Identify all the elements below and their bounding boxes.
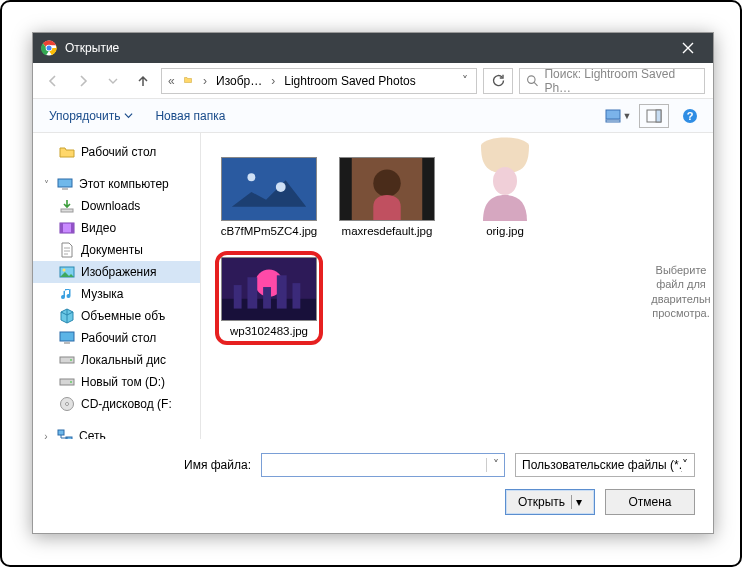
- file-thumbnail: [469, 137, 541, 221]
- file-type-filter[interactable]: Пользовательские файлы (*.jf ˅: [515, 453, 695, 477]
- command-bar: Упорядочить Новая папка ▼ ?: [33, 99, 713, 133]
- svg-rect-28: [222, 158, 316, 221]
- search-icon: [526, 74, 538, 87]
- help-button[interactable]: ?: [675, 104, 705, 128]
- breadcrumb-dropdown[interactable]: ˅: [456, 74, 474, 88]
- tree-node-videos[interactable]: Видео: [33, 217, 200, 239]
- window-title: Открытие: [65, 41, 667, 55]
- svg-point-29: [247, 173, 255, 181]
- tree-node-network[interactable]: › Сеть: [33, 425, 200, 439]
- search-input[interactable]: Поиск: Lightroom Saved Ph…: [519, 68, 705, 94]
- preview-pane: Выберите файл для дварительн просмотра.: [649, 133, 713, 439]
- svg-point-21: [70, 359, 72, 361]
- tree-node-new-volume-d[interactable]: Новый том (D:): [33, 371, 200, 393]
- dialog-footer: Имя файла: ˅ Пользовательские файлы (*.j…: [33, 439, 713, 533]
- svg-rect-42: [293, 283, 301, 308]
- breadcrumb[interactable]: « › Изобр… › Lightroom Saved Photos ˅: [161, 68, 477, 94]
- file-name: wp3102483.jpg: [230, 325, 308, 339]
- expand-toggle[interactable]: ˅: [41, 179, 51, 190]
- svg-point-34: [493, 167, 517, 195]
- svg-rect-18: [60, 332, 74, 341]
- preview-pane-icon: [646, 109, 662, 123]
- tree-node-documents[interactable]: Документы: [33, 239, 200, 261]
- filename-label: Имя файла:: [51, 458, 251, 472]
- file-thumbnail: [221, 257, 317, 321]
- nav-back-button[interactable]: [41, 69, 65, 93]
- file-item[interactable]: cB7fMPm5ZC4.jpg: [215, 151, 323, 245]
- chevron-right-icon: ›: [266, 74, 280, 88]
- filename-combobox[interactable]: ˅: [261, 453, 505, 477]
- tree-node-this-pc[interactable]: ˅ Этот компьютер: [33, 173, 200, 195]
- chevron-down-icon: ˅: [682, 458, 688, 472]
- refresh-button[interactable]: [483, 68, 513, 94]
- tree-node-pictures[interactable]: Изображения: [33, 261, 200, 283]
- svg-rect-14: [60, 223, 63, 233]
- drive-icon: [59, 374, 75, 390]
- cube-icon: [59, 308, 75, 324]
- expand-toggle[interactable]: ›: [41, 431, 51, 440]
- file-tiles[interactable]: cB7fMPm5ZC4.jpg maxresdefault.jpg orig.j…: [201, 133, 649, 439]
- titlebar: Открытие: [33, 33, 713, 63]
- svg-rect-12: [61, 209, 73, 212]
- close-icon: [682, 42, 694, 54]
- view-mode-button[interactable]: ▼: [603, 104, 633, 128]
- svg-rect-40: [263, 287, 271, 309]
- breadcrumb-segment[interactable]: Lightroom Saved Photos: [280, 74, 419, 88]
- svg-point-23: [70, 381, 72, 383]
- open-button[interactable]: Открыть ▾: [505, 489, 595, 515]
- svg-text:?: ?: [687, 110, 694, 122]
- new-folder-button[interactable]: Новая папка: [147, 105, 233, 127]
- screenshot-frame: Открытие « › Изобр… › Lightroom Saved Ph…: [0, 0, 742, 567]
- tree-node-local-disk-c[interactable]: Локальный дис: [33, 349, 200, 371]
- address-bar: « › Изобр… › Lightroom Saved Photos ˅ По…: [33, 63, 713, 99]
- open-split-dropdown[interactable]: ▾: [571, 495, 582, 509]
- close-button[interactable]: [667, 33, 709, 63]
- arrow-up-icon: [136, 74, 150, 88]
- arrow-left-icon: [46, 74, 60, 88]
- arrow-right-icon: [76, 74, 90, 88]
- search-placeholder: Поиск: Lightroom Saved Ph…: [544, 67, 698, 95]
- file-item[interactable]: orig.jpg: [451, 151, 559, 245]
- chevron-right-icon: ›: [198, 74, 212, 88]
- tree-node-music[interactable]: Музыка: [33, 283, 200, 305]
- nav-forward-button[interactable]: [71, 69, 95, 93]
- svg-point-33: [373, 169, 400, 196]
- dialog-body: Рабочий стол ˅ Этот компьютер Downloads …: [33, 133, 713, 439]
- tree-node-desktop2[interactable]: Рабочий стол: [33, 327, 200, 349]
- svg-point-2: [47, 46, 52, 51]
- chevron-left-icon[interactable]: «: [164, 74, 178, 88]
- file-item-highlighted[interactable]: wp3102483.jpg: [215, 251, 323, 345]
- files-area: cB7fMPm5ZC4.jpg maxresdefault.jpg orig.j…: [201, 133, 713, 439]
- downloads-icon: [59, 198, 75, 214]
- nav-recent-button[interactable]: [101, 69, 125, 93]
- nav-up-button[interactable]: [131, 69, 155, 93]
- preview-pane-button[interactable]: [639, 104, 669, 128]
- video-icon: [59, 220, 75, 236]
- svg-rect-19: [64, 342, 70, 344]
- file-item[interactable]: maxresdefault.jpg: [333, 151, 441, 245]
- cancel-button[interactable]: Отмена: [605, 489, 695, 515]
- disc-icon: [59, 396, 75, 412]
- network-icon: [57, 428, 73, 439]
- svg-rect-26: [58, 430, 64, 435]
- svg-rect-10: [58, 179, 72, 187]
- open-dialog: Открытие « › Изобр… › Lightroom Saved Ph…: [32, 32, 714, 534]
- file-thumbnail: [221, 157, 317, 221]
- navigation-tree[interactable]: Рабочий стол ˅ Этот компьютер Downloads …: [33, 133, 201, 439]
- tree-node-desktop[interactable]: Рабочий стол: [33, 141, 200, 163]
- organize-button[interactable]: Упорядочить: [41, 105, 141, 127]
- chevron-down-icon[interactable]: ˅: [486, 458, 504, 472]
- tree-node-3dobjects[interactable]: Объемные объ: [33, 305, 200, 327]
- svg-rect-38: [234, 285, 242, 309]
- svg-rect-4: [606, 110, 620, 119]
- svg-point-3: [528, 76, 535, 83]
- file-name: cB7fMPm5ZC4.jpg: [221, 225, 318, 239]
- filename-input[interactable]: [262, 454, 486, 476]
- tree-node-cd-drive[interactable]: CD-дисковод (F:: [33, 393, 200, 415]
- pictures-icon: [59, 264, 75, 280]
- tree-node-downloads[interactable]: Downloads: [33, 195, 200, 217]
- file-thumbnail: [339, 157, 435, 221]
- svg-rect-41: [277, 275, 287, 308]
- breadcrumb-segment[interactable]: Изобр…: [212, 74, 266, 88]
- svg-point-30: [276, 182, 286, 192]
